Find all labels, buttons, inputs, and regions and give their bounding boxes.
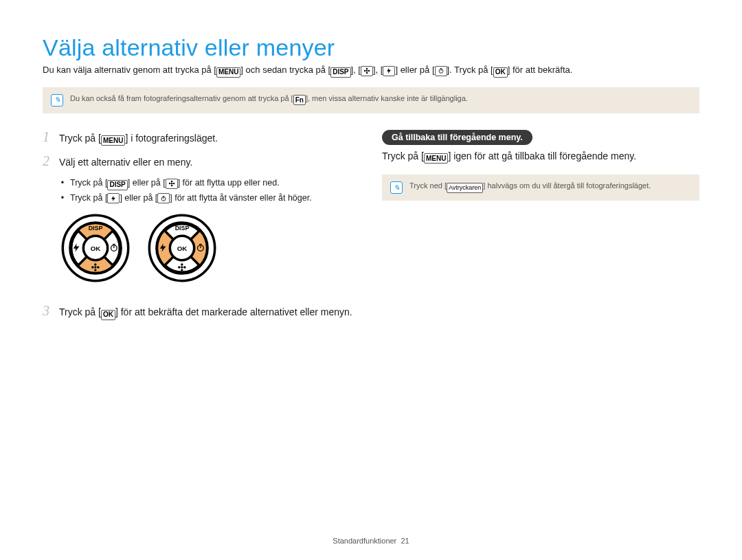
note-text-part: Du kan också få fram fotograferingsalter…	[70, 94, 293, 102]
page-title: Välja alternativ eller menyer	[43, 34, 699, 61]
footer-section: Standardfunktioner	[333, 537, 396, 545]
note-icon	[51, 94, 63, 107]
page-footer: Standardfunktioner 21	[0, 537, 742, 545]
bullet: •	[59, 193, 66, 204]
bullet: •	[59, 178, 66, 190]
note-shutter: Tryck ned [Avtryckaren] halvvägs om du v…	[382, 175, 699, 201]
intro-text: ] eller på [	[395, 65, 434, 75]
text: Tryck på [DISP] eller på [] för att flyt…	[70, 178, 280, 190]
dial-disp-label: DISP	[175, 225, 190, 232]
disp-key-icon: DISP	[330, 67, 350, 78]
text: ] i fotograferingsläget.	[125, 133, 218, 144]
timer-key-icon	[435, 66, 447, 76]
step-body: Tryck på [OK] för att bekräfta det marke…	[59, 305, 352, 320]
dial-illustrations: DISP OK	[59, 212, 360, 284]
intro-text: ]. Tryck på [	[447, 65, 493, 75]
text: ] för att flytta upp eller ned.	[178, 178, 280, 188]
text: Tryck på [	[59, 133, 101, 144]
intro-text: ] för att bekräfta.	[508, 65, 573, 75]
note-fn: Du kan också få fram fotograferingsalter…	[43, 87, 699, 113]
intro-paragraph: Du kan välja alternativ genom att trycka…	[43, 64, 699, 78]
step-body: Välj ett alternativ eller en meny.	[59, 155, 192, 170]
note-text: Du kan också få fram fotograferingsalter…	[70, 94, 468, 106]
dial-vertical: DISP OK	[59, 212, 132, 284]
text: ] eller på [	[120, 193, 157, 203]
shutter-key-icon: Avtryckaren	[447, 183, 483, 193]
ok-key-icon: OK	[493, 67, 508, 78]
step-body: Tryck på [MENU] i fotograferingsläget.	[59, 131, 218, 146]
macro-key-icon	[166, 179, 178, 189]
disp-key-icon: DISP	[107, 180, 127, 190]
intro-text: ], [	[373, 65, 383, 75]
text: Tryck på [	[70, 193, 107, 203]
text: Tryck på [	[382, 150, 424, 161]
menu-key-icon: MENU	[101, 135, 125, 146]
text: ] eller på [	[128, 178, 166, 188]
step-number: 1	[43, 130, 52, 144]
step-2-sublist: • Tryck på [DISP] eller på [] för att fl…	[59, 178, 360, 203]
step-number: 3	[43, 304, 52, 317]
note-text-part: ], men vissa alternativ kanske inte är t…	[306, 94, 468, 102]
list-item: • Tryck på [] eller på [] för att flytta…	[59, 193, 360, 204]
intro-text: Du kan välja alternativ genom att trycka…	[43, 65, 216, 75]
step-3: 3 Tryck på [OK] för att bekräfta det mar…	[43, 304, 360, 320]
text: ] igen för att gå tillbaka till föregåen…	[448, 150, 636, 161]
left-column: 1 Tryck på [MENU] i fotograferingsläget.…	[43, 130, 360, 328]
note-icon	[390, 181, 403, 194]
intro-text: ], [	[351, 65, 361, 75]
list-item: • Tryck på [DISP] eller på [] för att fl…	[59, 178, 360, 190]
intro-text: ] och sedan trycka på [	[240, 65, 330, 75]
text: ] halvvägs om du vill återgå till fotogr…	[483, 181, 651, 190]
step-number: 2	[43, 154, 52, 168]
menu-key-icon: MENU	[216, 67, 240, 78]
text: Tryck ned [	[409, 181, 447, 190]
text: Tryck på [	[70, 178, 107, 188]
step-1: 1 Tryck på [MENU] i fotograferingsläget.	[43, 130, 360, 146]
dial-ok-label: OK	[177, 245, 188, 252]
text: ] för att bekräfta det markerade alterna…	[115, 306, 352, 317]
step-2: 2 Välj ett alternativ eller en meny.	[43, 154, 360, 170]
dial-horizontal: DISP OK	[146, 212, 218, 284]
macro-key-icon	[361, 66, 373, 76]
text: Tryck på [	[59, 306, 101, 317]
dial-disp-label: DISP	[89, 225, 103, 232]
go-back-heading: Gå tillbaka till föregående meny.	[382, 130, 532, 145]
go-back-paragraph: Tryck på [MENU] igen för att gå tillbaka…	[382, 150, 699, 164]
footer-page-number: 21	[401, 537, 409, 545]
timer-key-icon	[157, 193, 170, 203]
ok-key-icon: OK	[101, 310, 115, 320]
right-column: Gå tillbaka till föregående meny. Tryck …	[382, 130, 699, 328]
flash-key-icon	[107, 193, 120, 203]
flash-key-icon	[383, 66, 395, 76]
text: Tryck på [] eller på [] för att flytta å…	[70, 193, 312, 204]
text: ] för att flytta åt vänster eller åt hög…	[170, 193, 311, 203]
note-text: Tryck ned [Avtryckaren] halvvägs om du v…	[409, 181, 651, 193]
dial-ok-label: OK	[91, 245, 101, 252]
menu-key-icon: MENU	[424, 153, 448, 164]
fn-key-icon: Fn	[293, 95, 306, 105]
